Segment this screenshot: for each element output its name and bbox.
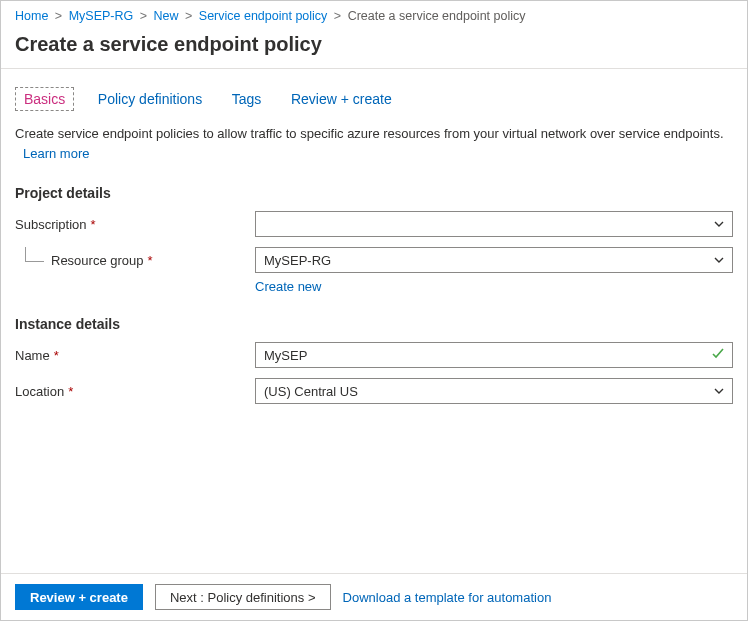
subscription-dropdown[interactable]	[255, 211, 733, 237]
chevron-right-icon: >	[182, 9, 195, 23]
resource-group-label-text: Resource group	[51, 253, 144, 268]
tabs: Basics Policy definitions Tags Review + …	[15, 69, 733, 111]
subscription-label-text: Subscription	[15, 217, 87, 232]
chevron-right-icon: >	[52, 9, 65, 23]
review-create-button[interactable]: Review + create	[15, 584, 143, 610]
chevron-right-icon: >	[331, 9, 344, 23]
breadcrumb-current: Create a service endpoint policy	[348, 9, 526, 23]
name-label: Name*	[15, 348, 255, 363]
location-dropdown[interactable]: (US) Central US	[255, 378, 733, 404]
breadcrumb-rg[interactable]: MySEP-RG	[69, 9, 134, 23]
location-label: Location*	[15, 384, 255, 399]
breadcrumb: Home > MySEP-RG > New > Service endpoint…	[1, 1, 747, 27]
required-icon: *	[148, 253, 153, 268]
required-icon: *	[54, 348, 59, 363]
learn-more-link[interactable]: Learn more	[23, 145, 733, 163]
breadcrumb-home[interactable]: Home	[15, 9, 48, 23]
check-icon	[711, 347, 725, 364]
resource-group-label: Resource group*	[15, 253, 255, 268]
page-title: Create a service endpoint policy	[1, 27, 747, 68]
required-icon: *	[68, 384, 73, 399]
chevron-right-icon: >	[137, 9, 150, 23]
resource-group-dropdown[interactable]: MySEP-RG	[255, 247, 733, 273]
download-template-link[interactable]: Download a template for automation	[343, 590, 552, 605]
name-label-text: Name	[15, 348, 50, 363]
tab-tags[interactable]: Tags	[226, 87, 268, 111]
location-label-text: Location	[15, 384, 64, 399]
instance-details-heading: Instance details	[15, 316, 733, 332]
tab-basics[interactable]: Basics	[15, 87, 74, 111]
breadcrumb-new[interactable]: New	[154, 9, 179, 23]
subscription-label: Subscription*	[15, 217, 255, 232]
name-input[interactable]	[255, 342, 733, 368]
footer: Review + create Next : Policy definition…	[1, 573, 747, 620]
tab-policy-definitions[interactable]: Policy definitions	[92, 87, 208, 111]
project-details-heading: Project details	[15, 185, 733, 201]
description: Create service endpoint policies to allo…	[15, 111, 733, 163]
next-button[interactable]: Next : Policy definitions >	[155, 584, 331, 610]
description-text: Create service endpoint policies to allo…	[15, 126, 724, 141]
create-new-link[interactable]: Create new	[255, 279, 321, 294]
required-icon: *	[91, 217, 96, 232]
breadcrumb-sep[interactable]: Service endpoint policy	[199, 9, 328, 23]
tab-review-create[interactable]: Review + create	[285, 87, 398, 111]
